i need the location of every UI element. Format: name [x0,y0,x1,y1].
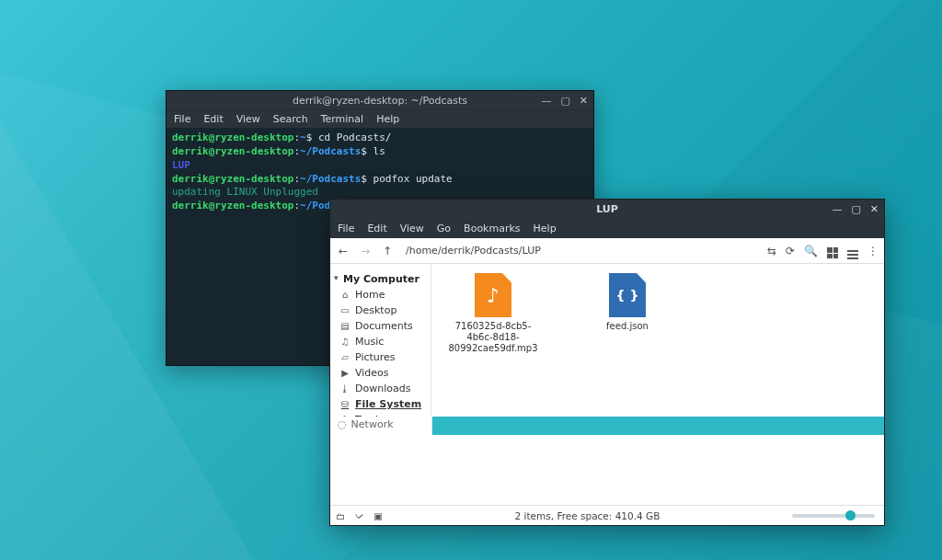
fm-menu-go[interactable]: Go [437,223,451,234]
reload-button[interactable]: ⟳ [786,245,795,257]
menu-search[interactable]: Search [273,113,308,125]
videos-icon: ▶ [339,368,350,378]
sidebar-item-pictures[interactable]: ▱Pictures [334,349,427,365]
sidebar-item-home[interactable]: ⌂Home [334,287,427,303]
fm-toolbar: ← → ↑ /home/derrik/Podcasts/LUP ⇆ ⟳ 🔍 ⋮ [330,238,884,264]
menu-help[interactable]: Help [376,113,399,125]
fm-maximize-button[interactable]: ▢ [851,203,860,215]
status-text: 2 items, Free space: 410.4 GB [392,510,783,521]
music-icon: ♫ [339,337,350,347]
terminal-menubar: File Edit View Search Terminal Help [167,109,593,128]
nav-forward-button[interactable]: → [358,245,373,257]
fm-sidebar: My Computer ⌂Home ▭Desktop ▤Documents ♫M… [330,264,431,417]
menu-terminal[interactable]: Terminal [321,113,364,125]
sidebar-section-my-computer[interactable]: My Computer [334,268,427,287]
window-gap-band: ◌ Network [330,417,884,435]
fm-menu-file[interactable]: File [338,223,354,234]
toggle-path-button[interactable]: ⇆ [767,245,776,257]
fm-close-button[interactable]: ✕ [870,203,879,215]
fm-lower-blank [330,435,884,505]
nav-up-button[interactable]: ↑ [380,245,395,257]
search-button[interactable]: 🔍 [804,245,818,257]
ls-output: LUP [172,159,190,171]
nav-back-button[interactable]: ← [336,245,350,257]
sidebar-item-music[interactable]: ♫Music [334,334,427,349]
status-tree-icon[interactable]: ᨆ [355,509,364,521]
file-label: feed.json [577,321,678,332]
terminal-title: derrik@ryzen-desktop: ~/Podcasts [293,95,467,107]
minimize-button[interactable]: — [541,95,551,107]
fm-files-area[interactable]: 7160325d-8cb5-4b6c-8d18-80992cae59df.mp3… [431,264,884,417]
file-label: 7160325d-8cb5-4b6c-8d18-80992cae59df.mp3 [442,321,544,354]
json-file-icon [609,273,646,317]
sidebar-item-documents[interactable]: ▤Documents [334,318,427,334]
close-button[interactable]: ✕ [580,95,588,107]
file-item-mp3[interactable]: 7160325d-8cb5-4b6c-8d18-80992cae59df.mp3 [442,273,544,354]
fm-menubar: File Edit View Go Bookmarks Help [330,218,884,238]
menu-file[interactable]: File [174,113,190,125]
prompt-user: derrik@ryzen-desktop [172,131,293,143]
status-close-pane-icon[interactable]: ▣ [373,510,383,521]
sidebar-item-desktop[interactable]: ▭Desktop [334,303,427,318]
terminal-titlebar[interactable]: derrik@ryzen-desktop: ~/Podcasts — ▢ ✕ [167,91,593,109]
menu-edit[interactable]: Edit [203,113,223,125]
zoom-slider-knob[interactable] [845,510,856,520]
downloads-icon: ⭳ [339,383,350,394]
menu-view[interactable]: View [236,113,260,125]
view-list-button[interactable] [847,242,858,259]
file-manager-window: LUP — ▢ ✕ File Edit View Go Bookmarks He… [329,199,885,526]
fm-titlebar[interactable]: LUP — ▢ ✕ [330,200,884,218]
cmd-ls: ls [373,145,385,157]
pictures-icon: ▱ [339,352,350,362]
zoom-slider[interactable] [792,514,875,518]
filesystem-icon: ⛁ [339,399,350,409]
fm-menu-help[interactable]: Help [534,223,557,234]
fm-menu-bookmarks[interactable]: Bookmarks [464,223,520,234]
view-icons-button[interactable] [827,243,838,259]
cmd-podfox: podfox update [373,173,453,185]
fm-menu-edit[interactable]: Edit [367,223,386,234]
audio-file-icon [475,273,511,317]
maximize-button[interactable]: ▢ [560,95,569,107]
file-item-json[interactable]: feed.json [577,273,678,332]
fm-menu-view[interactable]: View [400,223,424,234]
prompt-path: ~ [300,131,306,143]
sidebar-item-network: Network [351,418,394,430]
fm-minimize-button[interactable]: — [832,203,842,215]
status-folder-icon[interactable]: 🗀 [336,510,346,521]
sidebar-item-file-system[interactable]: ⛁File System [334,396,427,412]
network-icon: ◌ [338,418,347,430]
location-path[interactable]: /home/derrik/Podcasts/LUP [402,245,760,257]
fm-title: LUP [596,203,618,215]
desktop-icon: ▭ [339,305,350,315]
fm-statusbar: 🗀 ᨆ ▣ 2 items, Free space: 410.4 GB [330,505,884,525]
cmd-cd: cd Podcasts/ [318,131,391,143]
sidebar-item-videos[interactable]: ▶Videos [334,365,427,381]
home-icon: ⌂ [339,290,350,300]
documents-icon: ▤ [339,321,350,331]
sidebar-item-downloads[interactable]: ⭳Downloads [334,381,427,396]
view-compact-button[interactable]: ⋮ [867,245,879,257]
update-output: updating LINUX Unplugged [172,186,318,198]
